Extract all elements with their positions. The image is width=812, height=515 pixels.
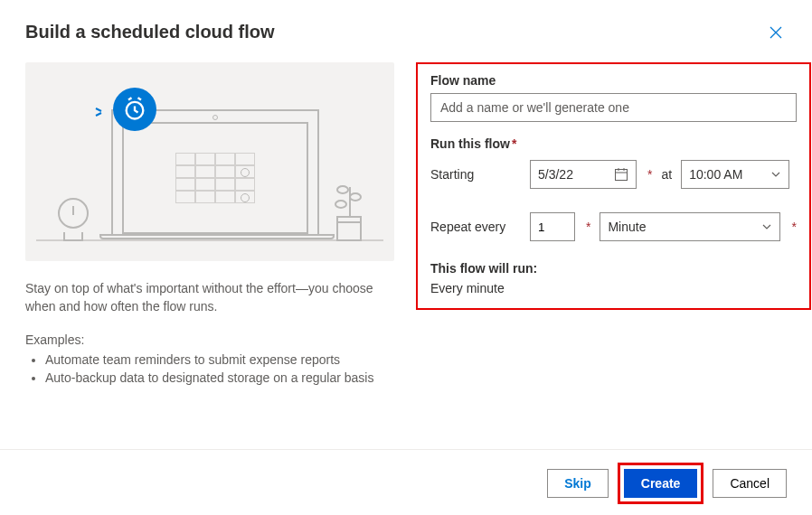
form-highlight-box: Flow name Run this flow* Starting 5/3/22… [416, 62, 811, 310]
plant-icon [331, 178, 367, 241]
skip-button[interactable]: Skip [547, 469, 609, 498]
starting-date-input[interactable]: 5/3/22 [530, 160, 637, 189]
starting-date-value: 5/3/22 [538, 167, 609, 182]
runs-text: Every minute [430, 281, 797, 295]
starting-time-select[interactable]: 10:00 AM [681, 160, 789, 189]
desk-clock-icon [56, 198, 90, 241]
svg-rect-1 [616, 170, 628, 181]
close-icon [769, 25, 783, 40]
runs-heading: This flow will run: [430, 261, 797, 276]
cancel-button[interactable]: Cancel [713, 469, 787, 498]
repeat-unit-select[interactable]: Minute [600, 212, 780, 241]
illustration [25, 62, 394, 261]
repeat-unit-value: Minute [608, 220, 646, 234]
repeat-value-input[interactable] [530, 212, 575, 241]
create-highlight-box: Create [618, 463, 704, 504]
create-button[interactable]: Create [624, 469, 698, 498]
examples-heading: Examples: [25, 332, 394, 347]
chevron-down-icon [770, 169, 781, 180]
flow-name-input[interactable] [430, 93, 797, 122]
close-button[interactable] [765, 22, 787, 46]
starting-label: Starting [430, 167, 521, 182]
dialog: Build a scheduled cloud flow [0, 0, 812, 515]
run-section-label: Run this flow* [430, 136, 797, 151]
example-item: Automate team reminders to submit expens… [45, 351, 394, 369]
clock-badge-icon [113, 88, 156, 131]
dialog-title: Build a scheduled cloud flow [25, 22, 275, 42]
dialog-footer: Skip Create Cancel [0, 449, 812, 515]
chevron-down-icon [761, 221, 772, 232]
description-text: Stay on top of what's important without … [25, 279, 394, 316]
starting-time-value: 10:00 AM [689, 167, 742, 182]
flow-name-label: Flow name [430, 73, 797, 88]
repeat-label: Repeat every [430, 220, 521, 234]
example-item: Auto-backup data to designated storage o… [45, 369, 394, 387]
calendar-icon [614, 167, 628, 182]
at-label: at [661, 167, 672, 182]
